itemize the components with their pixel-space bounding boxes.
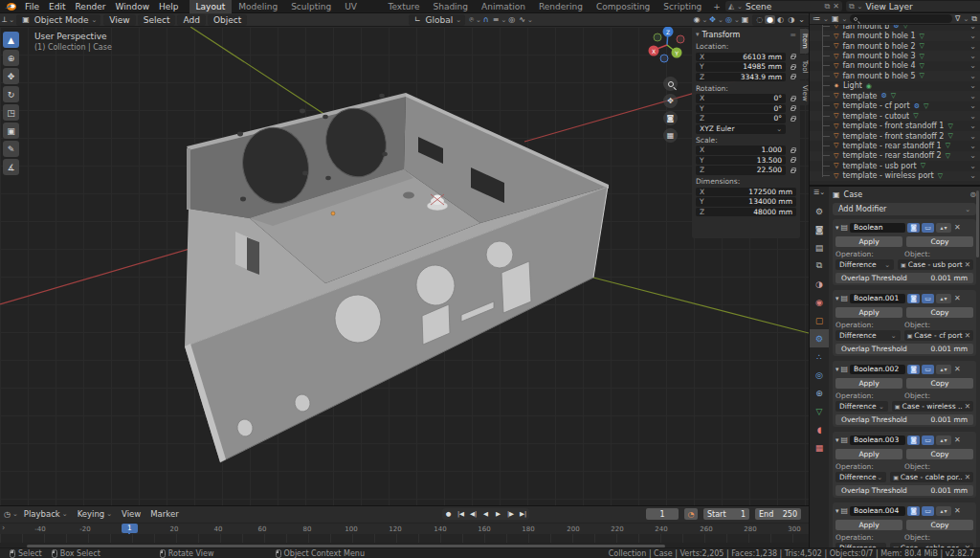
properties-tab[interactable]: ◙ (810, 220, 829, 238)
expand-icon[interactable]: ▾ (835, 295, 839, 302)
hide-eye-icon[interactable]: ⌄ (969, 52, 976, 60)
visibility-dropdown-icon[interactable]: ◉ (692, 15, 702, 24)
apply-button[interactable]: Apply (835, 378, 902, 389)
close-icon[interactable]: ✕ (833, 2, 839, 11)
properties-tab[interactable]: ⊛ (810, 384, 829, 402)
properties-tab[interactable]: ◖ (810, 420, 829, 438)
viewport-menu-item[interactable]: View (103, 14, 135, 26)
lock-icon[interactable] (789, 116, 796, 122)
playback-button[interactable]: |▶ (504, 508, 517, 520)
tool-button[interactable]: ◳ (3, 104, 19, 121)
hide-eye-icon[interactable]: ⌄ (969, 151, 976, 160)
close-icon[interactable]: ✕ (954, 506, 961, 515)
modifier-name-field[interactable]: Boolean (850, 223, 905, 233)
view-layer-selector[interactable]: ⧉⌄ View Layer ⧉ ✕ (846, 1, 980, 11)
outliner-row[interactable]: ▽ ✷ template - cf port ⚙ ▽ ◉ ⌄ (810, 101, 980, 111)
outliner-row[interactable]: ▽ ✷ template - rear standoff 1 ⚙ ▽ ◉ ⌄ (810, 141, 980, 150)
tool-button[interactable]: ⊕ (3, 50, 19, 66)
workspace-tab[interactable]: Sculpting (284, 0, 338, 13)
timeline-tracks[interactable] (0, 534, 809, 543)
proportional-edit-icon[interactable]: ◎ (506, 15, 517, 24)
zoom-button[interactable] (663, 77, 678, 91)
topbar-menu-item[interactable]: Render (71, 2, 111, 11)
hide-eye-icon[interactable]: ⌄ (969, 122, 976, 130)
clear-icon[interactable]: ✕ (965, 260, 970, 269)
object-name[interactable]: fan mount b hole 5 (842, 72, 915, 80)
properties-tab[interactable]: ⚙ (810, 202, 829, 220)
snap-magnet-icon[interactable]: ∩ (481, 15, 491, 24)
location-field[interactable]: Z3343.9 mm (696, 73, 786, 82)
render-toggle-icon[interactable]: ◙ (907, 365, 920, 374)
dimension-field[interactable]: Z48000 mm (696, 208, 796, 217)
playback-button[interactable]: ◀ (479, 508, 492, 520)
panel-grip-icon[interactable]: ≡ (790, 31, 796, 39)
workspace-tab[interactable]: Texture Paint (382, 0, 427, 13)
xray-toggle-icon[interactable]: ▣ (740, 15, 751, 24)
workspace-tab[interactable]: Modeling (232, 0, 284, 13)
outliner-row[interactable]: ▽ ✷ fan mount b hole 5 ⚙ ▽ ◉ ⌄ (810, 71, 980, 80)
hide-eye-icon[interactable]: ⌄ (969, 171, 976, 180)
hide-eye-icon[interactable]: ⌄ (969, 25, 976, 31)
tool-button[interactable]: ✥ (3, 68, 19, 84)
close-icon[interactable]: ✕ (954, 223, 961, 232)
location-field[interactable]: Y14985 mm (696, 62, 786, 72)
hide-eye-icon[interactable]: ⌄ (969, 162, 976, 170)
rotation-mode-dropdown[interactable]: XYZ Euler⌄ (696, 124, 786, 134)
perspective-toggle-button[interactable]: ▦ (663, 128, 678, 143)
object-field[interactable]: ▣ Case - cable por.. ✕ (890, 472, 973, 482)
outliner-row[interactable]: ▽ ✷ template - cutout ⚙ ▽ ◉ ⌄ (810, 111, 980, 121)
object-name[interactable]: template - front standoff 2 (842, 132, 944, 141)
rendered-shading-icon[interactable]: ◑ (786, 15, 796, 24)
axis-neg-z[interactable] (660, 55, 668, 62)
viewport-toggle-icon[interactable]: ▭ (922, 506, 934, 516)
rotation-field[interactable]: Y0° (696, 104, 786, 114)
workspace-tab[interactable]: UV Editing (338, 0, 381, 13)
lock-icon[interactable] (789, 54, 796, 59)
workspace-tab[interactable]: Scripting (657, 0, 708, 13)
rotation-field[interactable]: Z0° (696, 114, 786, 123)
properties-tab[interactable]: ◑ (810, 275, 829, 293)
new-collection-icon[interactable]: ⧉ (971, 14, 977, 24)
workspace-tab[interactable]: Compositing (590, 0, 657, 13)
hide-eye-icon[interactable]: ⌄ (969, 92, 976, 100)
viewport-toggle-icon[interactable]: ▭ (922, 294, 934, 303)
outliner-row[interactable]: ▽ ✷ template ⚙ ▽ ◉ ⌄ (810, 91, 980, 100)
tool-button[interactable]: ▣ (3, 123, 19, 139)
move-modifier-buttons[interactable]: ▴▾ (936, 223, 951, 233)
object-name[interactable]: template - usb port (842, 162, 916, 170)
properties-tab[interactable]: ▦ (810, 438, 829, 457)
tool-button[interactable]: ∡ (3, 159, 19, 175)
expand-icon[interactable]: ▾ (835, 507, 839, 515)
scale-field[interactable]: Z22.500 (696, 166, 786, 175)
overlap-threshold-field[interactable]: Overlap Threshold 0.001 mm (835, 273, 973, 283)
apply-button[interactable]: Apply (835, 520, 902, 530)
clear-icon[interactable]: ✕ (965, 402, 970, 411)
add-modifier-dropdown[interactable]: Add Modifier⌄ (833, 203, 976, 215)
hide-eye-icon[interactable]: ⌄ (969, 112, 976, 121)
axis-gizmo[interactable]: Z X Y (649, 27, 685, 62)
filter-icon[interactable]: ∇ (955, 14, 960, 23)
outliner-row[interactable]: ▽ ✷ template - rear standoff 2 ⚙ ▽ ◉ ⌄ (810, 151, 980, 161)
rotation-field[interactable]: X0° (696, 94, 786, 103)
topbar-menu-item[interactable]: Window (111, 2, 155, 11)
playback-menu[interactable]: Playback⌄ (20, 509, 72, 519)
playback-button[interactable]: ▶| (517, 508, 529, 520)
move-modifier-buttons[interactable]: ▴▾ (936, 294, 951, 303)
outliner-row[interactable]: ▽ ✷ fan mount b hole 4 ⚙ ▽ ◉ ⌄ (810, 61, 980, 71)
falloff-icon[interactable]: ∿ (517, 15, 527, 24)
object-name[interactable]: Light (843, 81, 862, 90)
timeline-editor-icon[interactable]: ◷ (4, 510, 11, 519)
outliner-row[interactable]: ▽ ✷ fan mount b hole 2 ⚙ ▽ ◉ ⌄ (810, 41, 980, 51)
viewport-menu-item[interactable]: Add (177, 14, 205, 26)
move-modifier-buttons[interactable]: ▴▾ (936, 365, 951, 374)
playback-button[interactable]: ◀| (467, 508, 479, 520)
dimension-field[interactable]: X172500 mm (696, 188, 796, 197)
copy-button[interactable]: Copy (906, 378, 973, 389)
lock-icon[interactable] (789, 105, 796, 111)
location-field[interactable]: X66103 mm (696, 53, 786, 62)
apply-button[interactable]: Apply (835, 307, 902, 318)
object-name[interactable]: fan mount b hole 1 (842, 32, 915, 40)
pin-icon[interactable]: ⊚ (969, 190, 976, 199)
outliner-row[interactable]: ▽ ✷ template - front standoff 2 ⚙ ▽ ◉ ⌄ (810, 131, 980, 141)
object-name[interactable]: template - rear standoff 2 (842, 151, 941, 160)
